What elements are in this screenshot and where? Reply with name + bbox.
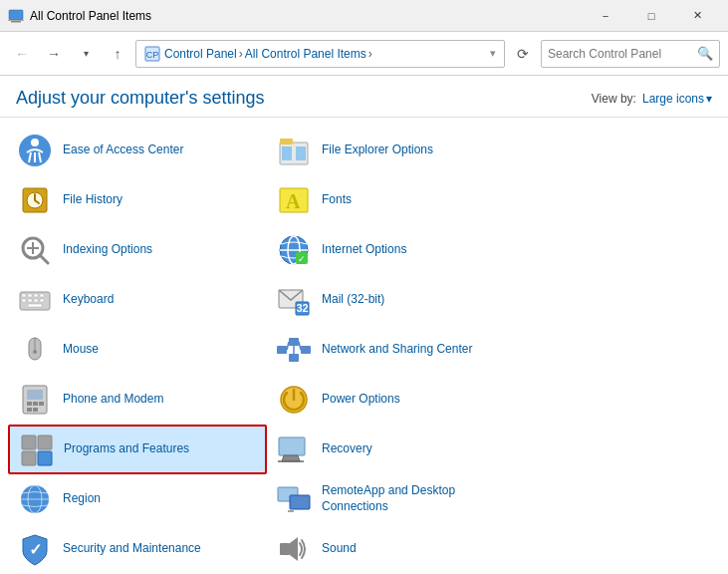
- network-sharing-icon: [276, 332, 312, 368]
- svg-text:A: A: [286, 190, 301, 212]
- content-panel: Adjust your computer's settings View by:…: [0, 76, 728, 574]
- svg-rect-55: [27, 408, 32, 412]
- control-item-region[interactable]: Region: [8, 474, 267, 524]
- remoteapp-icon: [276, 481, 312, 517]
- svg-rect-59: [38, 435, 52, 449]
- control-item-internet-options[interactable]: ✓Internet Options: [267, 225, 526, 275]
- search-icon[interactable]: 🔍: [697, 46, 713, 61]
- control-item-mail[interactable]: 32Mail (32-bit): [267, 275, 526, 325]
- path-all-items[interactable]: All Control Panel Items: [245, 47, 366, 61]
- search-box: 🔍: [541, 40, 720, 68]
- search-input[interactable]: [548, 47, 697, 61]
- svg-rect-13: [296, 146, 306, 160]
- svg-line-19: [40, 255, 48, 263]
- view-by-value-text: Large icons: [642, 92, 704, 106]
- control-item-indexing-options[interactable]: Indexing Options: [8, 225, 267, 275]
- refresh-button[interactable]: ⟳: [509, 40, 537, 68]
- control-item-keyboard[interactable]: Keyboard: [8, 275, 267, 325]
- control-item-programs-features[interactable]: Programs and Features: [8, 425, 267, 474]
- fonts-label: Fonts: [322, 192, 352, 208]
- svg-line-47: [287, 342, 289, 350]
- forward-button[interactable]: →: [40, 40, 68, 68]
- control-item-ease-of-access[interactable]: Ease of Access Center: [8, 126, 267, 175]
- control-item-power-options[interactable]: Power Options: [267, 375, 526, 425]
- svg-rect-35: [40, 299, 44, 302]
- svg-line-48: [299, 342, 301, 350]
- internet-options-icon: ✓: [276, 232, 312, 268]
- items-grid: Ease of Access CenterFile Explorer Optio…: [0, 118, 728, 574]
- view-by-label: View by:: [592, 92, 636, 106]
- svg-rect-68: [290, 495, 310, 509]
- svg-rect-56: [33, 408, 38, 412]
- maximize-button[interactable]: □: [628, 0, 674, 32]
- svg-rect-60: [22, 451, 36, 465]
- power-options-label: Power Options: [322, 392, 400, 408]
- keyboard-icon: [17, 282, 53, 318]
- control-item-network-sharing[interactable]: Network and Sharing Center: [267, 325, 526, 375]
- security-maintenance-label: Security and Maintenance: [63, 541, 201, 557]
- main-content: Adjust your computer's settings View by:…: [0, 76, 728, 574]
- control-item-phone-modem[interactable]: Phone and Modem: [8, 375, 267, 425]
- svg-text:✓: ✓: [29, 541, 42, 558]
- svg-rect-12: [282, 146, 292, 160]
- svg-marker-72: [290, 537, 298, 561]
- fonts-icon: A: [276, 182, 312, 218]
- control-item-recovery[interactable]: Recovery: [267, 425, 526, 474]
- file-history-label: File History: [63, 192, 122, 208]
- address-path[interactable]: CP Control Panel › All Control Panel Ite…: [135, 40, 505, 68]
- up-button[interactable]: ↑: [104, 40, 131, 68]
- recovery-icon: [276, 431, 312, 467]
- svg-rect-71: [280, 543, 290, 555]
- svg-text:32: 32: [296, 302, 308, 314]
- control-item-fonts[interactable]: AFonts: [267, 175, 526, 225]
- title-bar-icon: [8, 8, 24, 24]
- power-options-icon: [276, 382, 312, 418]
- recent-locations-button[interactable]: ▾: [72, 40, 100, 68]
- svg-rect-0: [9, 10, 23, 20]
- minimize-button[interactable]: −: [583, 0, 628, 32]
- control-item-file-history[interactable]: File History: [8, 175, 267, 225]
- title-bar: All Control Panel Items − □ ✕: [0, 0, 728, 32]
- svg-rect-32: [22, 299, 26, 302]
- phone-modem-icon: [17, 382, 53, 418]
- mouse-label: Mouse: [63, 342, 99, 358]
- file-explorer-options-icon: [276, 133, 312, 168]
- svg-rect-46: [289, 354, 299, 362]
- svg-rect-61: [38, 451, 52, 465]
- svg-rect-29: [28, 294, 32, 297]
- header-bar: Adjust your computer's settings View by:…: [0, 76, 728, 118]
- svg-point-42: [33, 350, 37, 354]
- control-item-remoteapp[interactable]: RemoteApp and Desktop Connections: [267, 474, 526, 524]
- region-icon: [17, 481, 53, 517]
- ease-of-access-icon: [17, 133, 53, 168]
- view-by-dropdown-icon: ▾: [706, 92, 712, 106]
- svg-rect-31: [40, 294, 44, 297]
- sound-label: Sound: [322, 541, 357, 557]
- svg-text:CP: CP: [146, 50, 159, 60]
- phone-modem-label: Phone and Modem: [63, 392, 163, 408]
- recovery-label: Recovery: [322, 441, 372, 457]
- mail-icon: 32: [276, 282, 312, 318]
- svg-rect-43: [277, 346, 287, 354]
- svg-rect-58: [22, 435, 36, 449]
- svg-rect-28: [22, 294, 26, 297]
- control-item-file-explorer-options[interactable]: File Explorer Options: [267, 126, 526, 175]
- keyboard-label: Keyboard: [63, 292, 114, 308]
- view-by-value[interactable]: Large icons ▾: [642, 92, 712, 106]
- close-button[interactable]: ✕: [674, 0, 720, 32]
- control-item-mouse[interactable]: Mouse: [8, 325, 267, 375]
- control-item-sound[interactable]: Sound: [267, 524, 526, 574]
- programs-features-icon: [18, 431, 54, 467]
- svg-rect-62: [279, 437, 305, 455]
- path-control-panel[interactable]: Control Panel: [164, 47, 237, 61]
- svg-rect-33: [28, 299, 32, 302]
- svg-rect-52: [27, 402, 32, 406]
- programs-features-label: Programs and Features: [64, 441, 189, 457]
- path-dropdown[interactable]: ▾: [490, 47, 496, 60]
- back-button[interactable]: ←: [8, 40, 36, 68]
- svg-rect-51: [27, 390, 43, 400]
- page-title: Adjust your computer's settings: [16, 88, 265, 109]
- view-by-control: View by: Large icons ▾: [592, 92, 712, 106]
- control-item-security-maintenance[interactable]: ✓Security and Maintenance: [8, 524, 267, 574]
- svg-rect-36: [28, 304, 42, 307]
